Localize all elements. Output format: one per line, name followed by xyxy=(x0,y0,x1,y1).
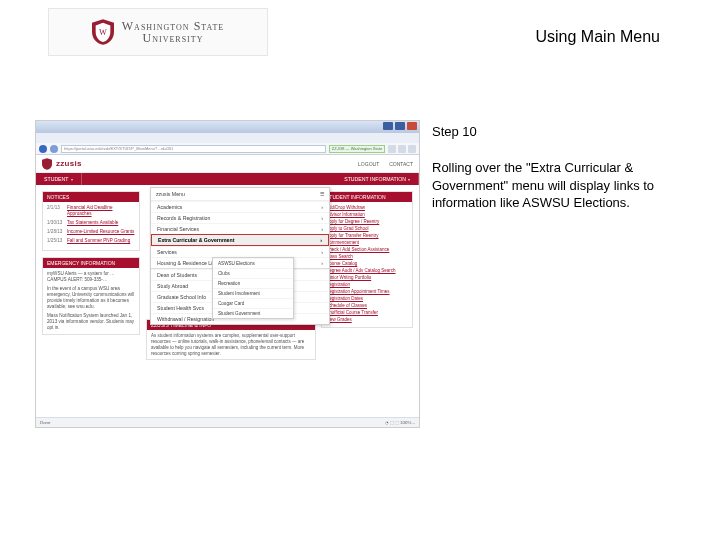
student-info-panel: STUDENT INFORMATION Add/Drop Withdraw Ad… xyxy=(321,191,413,328)
wsu-banner-text: Washington State University xyxy=(122,20,224,44)
menu-item-extra-curricular[interactable]: Extra Curricular & Government› xyxy=(151,234,329,246)
contact-link[interactable]: CONTACT xyxy=(389,161,413,167)
emergency-para: In the event of a campus WSU area emerge… xyxy=(47,286,135,310)
wsu-banner: W Washington State University xyxy=(48,8,268,56)
notices-panel: NOTICES 2/1/13Financial Aid Deadline App… xyxy=(42,191,140,251)
nav-tab-label: STUDENT INFORMATION xyxy=(344,176,406,182)
info-link[interactable]: Apply for Degree / Reentry xyxy=(326,219,408,224)
info-link[interactable]: Junior Writing Portfolio xyxy=(326,275,408,280)
info-link[interactable]: Commencement xyxy=(326,240,408,245)
step-body: Rolling over the "Extra Curricular & Gov… xyxy=(432,159,664,212)
student-info-header: STUDENT INFORMATION xyxy=(322,192,412,202)
window-min-button[interactable] xyxy=(383,122,393,130)
submenu-item[interactable]: Clubs xyxy=(213,268,293,278)
page-title: Using Main Menu xyxy=(536,28,661,46)
submenu-item[interactable]: Student Involvement xyxy=(213,288,293,298)
notice-row[interactable]: 1/25/13Fall and Summer PNP Grading xyxy=(47,238,135,244)
info-link[interactable]: Advisor Information xyxy=(326,212,408,217)
chevron-right-icon: › xyxy=(321,204,323,210)
ssl-badge: ZZ-SIS — Washington State xyxy=(329,145,385,153)
site-brand: zzusis xyxy=(56,159,82,168)
window-buttons xyxy=(383,122,417,130)
submenu-item[interactable]: Student Government xyxy=(213,308,293,318)
site-shield-icon xyxy=(42,158,52,170)
info-link[interactable]: Registration xyxy=(326,282,408,287)
info-link[interactable]: Class Search xyxy=(326,254,408,259)
toolbar-icons xyxy=(388,145,416,153)
main-menu-dropdown: zzusis Menu ☰ Academics› Records & Regis… xyxy=(150,187,330,325)
notices-body: 2/1/13Financial Aid Deadline Approaches … xyxy=(43,202,139,250)
window-close-button[interactable] xyxy=(407,122,417,130)
browser-tabstrip xyxy=(36,133,419,143)
info-link[interactable]: Course Catalog xyxy=(326,261,408,266)
window-max-button[interactable] xyxy=(395,122,405,130)
submenu-extra-curricular: ASWSU Elections Clubs Recreation Student… xyxy=(212,257,294,319)
menu-trigger[interactable]: zzusis Menu ☰ xyxy=(151,188,329,201)
main-column: zzusis Menu ☰ Academics› Records & Regis… xyxy=(146,191,413,360)
emergency-line: CAMPUS ALERT: 509-335-… xyxy=(47,277,135,283)
info-link[interactable]: Add/Drop Withdraw xyxy=(326,205,408,210)
info-link[interactable]: Apply for Transfer Reentry xyxy=(326,233,408,238)
info-link[interactable]: View Grades xyxy=(326,317,408,322)
chevron-right-icon: › xyxy=(321,226,323,232)
emergency-body: myWSU Alerts — a system for … CAMPUS ALE… xyxy=(43,268,139,334)
student-info-links: Add/Drop Withdraw Advisor Information Ap… xyxy=(322,202,412,327)
submenu-item[interactable]: Recreation xyxy=(213,278,293,288)
left-column: NOTICES 2/1/13Financial Aid Deadline App… xyxy=(42,191,140,360)
info-link[interactable]: Unofficial Course Transfer xyxy=(326,310,408,315)
svg-text:W: W xyxy=(99,28,107,37)
chevron-right-icon: › xyxy=(321,249,323,255)
chevron-right-icon: › xyxy=(321,215,323,221)
menu-trigger-label: zzusis Menu xyxy=(156,191,185,197)
timeline-panel: ZZUSIS TIMELINE & INFO As student inform… xyxy=(146,319,316,360)
emergency-header: EMERGENCY INFORMATION xyxy=(43,258,139,268)
chevron-down-icon: ▾ xyxy=(408,177,410,182)
menu-item-records[interactable]: Records & Registration› xyxy=(151,212,329,223)
address-bar[interactable]: https://portal.wsu.edu/ssb/EXT/STUD/P_Ma… xyxy=(61,145,326,153)
back-button[interactable] xyxy=(39,145,47,153)
emergency-panel: EMERGENCY INFORMATION myWSU Alerts — a s… xyxy=(42,257,140,335)
submenu-item[interactable]: Cougar Card xyxy=(213,298,293,308)
info-link[interactable]: Degree Audit / Adv Catalog Search xyxy=(326,268,408,273)
star-icon[interactable] xyxy=(398,145,406,153)
home-icon[interactable] xyxy=(388,145,396,153)
chevron-down-icon: ▾ xyxy=(71,177,73,182)
browser-toolbar: https://portal.wsu.edu/ssb/EXT/STUD/P_Ma… xyxy=(36,143,419,155)
step-label: Step 10 xyxy=(432,124,664,139)
notices-header: NOTICES xyxy=(43,192,139,202)
nav-tab-student-info[interactable]: STUDENT INFORMATION ▾ xyxy=(336,173,419,185)
menu-toggle-icon: ☰ xyxy=(320,191,324,197)
notice-row[interactable]: 1/30/13Tax Statements Available xyxy=(47,220,135,226)
wsu-banner-line2: University xyxy=(122,32,224,44)
primary-nav: STUDENT ▾ STUDENT INFORMATION ▾ xyxy=(36,173,419,185)
student-info-column: STUDENT INFORMATION Add/Drop Withdraw Ad… xyxy=(321,191,413,334)
nav-tab-student[interactable]: STUDENT ▾ xyxy=(36,173,82,185)
submenu-item[interactable]: ASWSU Elections xyxy=(213,258,293,268)
status-right: ◔ ⬚ ⬚ 100% – xyxy=(385,420,415,425)
status-left: Done xyxy=(40,420,51,425)
browser-statusbar: Done ◔ ⬚ ⬚ 100% – xyxy=(36,417,419,427)
info-link[interactable]: Check / Add Section Assistance xyxy=(326,247,408,252)
site-header: zzusis LOGOUT CONTACT xyxy=(36,155,419,173)
chevron-right-icon: › xyxy=(321,260,323,266)
forward-button[interactable] xyxy=(50,145,58,153)
emergency-footer: Mass Notification System launched Jan 1,… xyxy=(47,313,135,331)
nav-tab-label: STUDENT xyxy=(44,176,69,182)
menu-item-financial[interactable]: Financial Services› xyxy=(151,223,329,234)
embedded-screenshot: https://portal.wsu.edu/ssb/EXT/STUD/P_Ma… xyxy=(35,120,420,428)
wsu-shield-icon: W xyxy=(92,19,114,45)
logout-link[interactable]: LOGOUT xyxy=(358,161,379,167)
info-link[interactable]: Apply to Grad School xyxy=(326,226,408,231)
instruction-block: Step 10 Rolling over the "Extra Curricul… xyxy=(432,124,664,212)
info-link[interactable]: Registration Appointment Times xyxy=(326,289,408,294)
content-area: NOTICES 2/1/13Financial Aid Deadline App… xyxy=(36,185,419,366)
timeline-body: As student information systems are compl… xyxy=(147,330,315,359)
notice-row[interactable]: 2/1/13Financial Aid Deadline Approaches xyxy=(47,205,135,217)
notice-row[interactable]: 1/28/13Income-Limited Resource Grants xyxy=(47,229,135,235)
info-link[interactable]: Schedule of Classes xyxy=(326,303,408,308)
menu-item-academics[interactable]: Academics› xyxy=(151,201,329,212)
menu-item-services[interactable]: Services› xyxy=(151,246,329,257)
gear-icon[interactable] xyxy=(408,145,416,153)
info-link[interactable]: Registration Dates xyxy=(326,296,408,301)
chevron-right-icon: › xyxy=(320,237,322,243)
